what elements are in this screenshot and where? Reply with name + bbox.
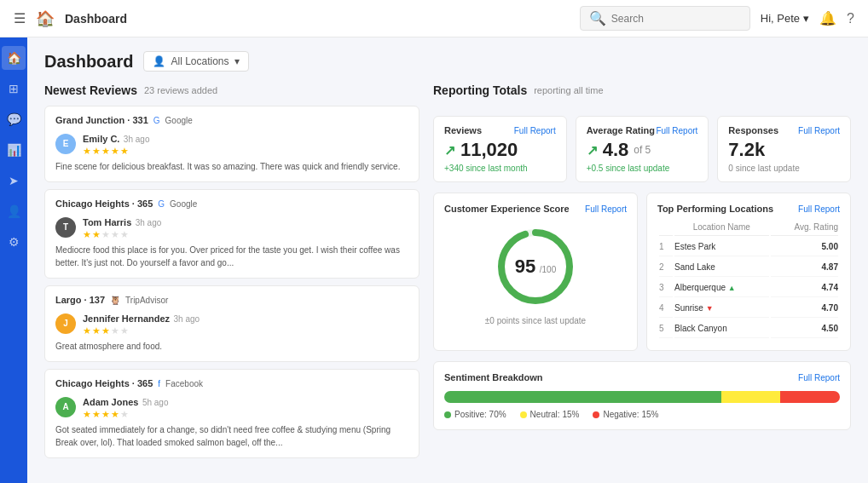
table-row: 1 Estes Park 5.00	[659, 238, 838, 256]
review-location: Grand Junction · 331	[55, 115, 148, 125]
reviewer-avatar: A	[55, 397, 76, 417]
newest-reviews-section: Newest Reviews 23 reviews added Grand Ju…	[44, 83, 420, 458]
cx-denom: /100	[540, 265, 556, 274]
table-row: 4 Sunrise ▼ 4.70	[659, 299, 838, 318]
location-name-cell: Sand Lake	[674, 258, 769, 277]
negative-legend-item: Negative: 15%	[593, 410, 658, 419]
rating-suffix: of 5	[634, 144, 651, 156]
search-box[interactable]: 🔍	[580, 6, 750, 31]
review-card: Chicago Heights · 365 f Facebook A Adam …	[44, 369, 420, 458]
cx-title: Customer Experience Score	[444, 204, 570, 214]
locations-title: Top Performing Locations	[657, 204, 773, 214]
reviewer-info: Jennifer Hernandez 3h ago ★★★★★	[83, 310, 200, 336]
reviewer-avatar: T	[55, 217, 76, 238]
rating-cell: 4.50	[771, 319, 838, 338]
rating-cell: 5.00	[771, 238, 838, 256]
cx-number: 95	[515, 256, 535, 277]
reviews-count: 11,020	[460, 139, 518, 161]
locations-header: Top Performing Locations Full Report	[657, 204, 840, 214]
rank-cell: 2	[659, 258, 673, 277]
neutral-bar	[721, 391, 781, 403]
negative-bar	[780, 391, 840, 403]
sidebar-item-messages[interactable]: 💬	[2, 107, 26, 131]
search-icon: 🔍	[589, 10, 606, 26]
responses-full-report-link[interactable]: Full Report	[798, 126, 840, 135]
cx-footer: ±0 points since last update	[444, 316, 627, 325]
locations-full-report-link[interactable]: Full Report	[798, 204, 840, 214]
reviewer-info: Adam Jones 5h ago ★★★★★	[83, 394, 168, 420]
source-label: TripAdvisor	[125, 296, 168, 305]
help-icon[interactable]: ?	[847, 11, 854, 26]
reviewer-name: Emily C.	[83, 134, 119, 144]
reporting-title: Reporting Totals	[433, 83, 527, 97]
chevron-down-icon: ▾	[234, 55, 240, 67]
metric-change: +0.5 since last update	[587, 164, 698, 173]
metric-value: 7.2k	[728, 139, 840, 161]
reviewer-time: 3h ago	[136, 218, 162, 227]
reviewer-name: Jennifer Hernandez	[83, 313, 170, 324]
review-text: Mediocre food this place is for you. Ove…	[55, 244, 408, 269]
rank-cell: 3	[659, 279, 673, 297]
sidebar-item-analytics[interactable]: 📊	[2, 138, 26, 162]
page-title: Dashboard	[44, 52, 133, 72]
google-icon: G	[158, 199, 165, 209]
rank-cell: 5	[659, 319, 673, 338]
review-header: Chicago Heights · 365 f Facebook	[55, 378, 408, 388]
reviewer-avatar: J	[55, 313, 76, 334]
cx-full-report-link[interactable]: Full Report	[585, 204, 627, 214]
trend-down-icon: ▼	[706, 304, 714, 313]
review-text: Great atmosphere and food.	[55, 340, 408, 353]
sidebar-item-home[interactable]: 🏠	[2, 46, 26, 70]
reviewer-info: Tom Harris 3h ago ★★★★★	[83, 214, 161, 240]
metric-label: Reviews	[444, 125, 482, 135]
reporting-header: Reporting Totals reporting all time	[433, 83, 851, 97]
reviewer-time: 3h ago	[124, 135, 150, 144]
notification-bell-icon[interactable]: 🔔	[819, 10, 836, 26]
location-name-cell: Black Canyon	[674, 319, 769, 338]
sentiment-full-report-link[interactable]: Full Report	[798, 373, 840, 382]
page-header: Dashboard 👤 All Locations ▾	[44, 51, 851, 72]
positive-bar	[444, 391, 721, 403]
chevron-down-icon: ▾	[803, 12, 809, 25]
location-label: All Locations	[171, 55, 229, 67]
sidebar-item-users[interactable]: 👤	[2, 199, 26, 223]
rating-full-report-link[interactable]: Full Report	[656, 126, 697, 135]
table-row: 3 Alberquerque ▲ 4.74	[659, 279, 838, 297]
sidebar: 🏠 ⊞ 💬 📊 ➤ 👤 ⚙	[0, 37, 27, 483]
reviews-full-report-link[interactable]: Full Report	[514, 126, 556, 135]
positive-label: Positive: 70%	[454, 410, 506, 419]
metric-header: Responses Full Report	[728, 125, 840, 135]
star-rating: ★★★★★	[83, 325, 200, 336]
reviewer-time: 3h ago	[174, 314, 200, 324]
search-input[interactable]	[611, 13, 741, 25]
metric-label: Responses	[728, 125, 778, 135]
user-greeting[interactable]: Hi, Pete ▾	[761, 12, 809, 25]
table-row: 2 Sand Lake 4.87	[659, 258, 838, 277]
sidebar-item-send[interactable]: ➤	[2, 169, 26, 193]
review-card: Grand Junction · 331 G Google E Emily C.	[44, 106, 420, 182]
rating-cell: 4.70	[771, 299, 838, 318]
rank-col-header	[659, 222, 673, 236]
sentiment-legend: Positive: 70% Neutral: 15% Negative: 15%	[444, 410, 840, 419]
review-card: Largo · 137 🦉 TripAdvisor J Jennifer Her…	[44, 285, 420, 362]
review-text: Got seated immediately for a change, so …	[55, 423, 408, 449]
location-dropdown[interactable]: 👤 All Locations ▾	[143, 51, 248, 72]
trend-icon: ↗	[587, 142, 598, 158]
reviewer-name: Adam Jones	[83, 397, 138, 407]
hamburger-icon[interactable]: ☰	[14, 10, 26, 26]
negative-label: Negative: 15%	[603, 410, 658, 419]
nav-title: Dashboard	[65, 12, 570, 26]
rating-cell: 4.74	[771, 279, 838, 297]
metric-change: 0 since last update	[728, 164, 840, 173]
page-content: Dashboard 👤 All Locations ▾ Newest Revie…	[27, 37, 868, 483]
cx-gauge: 95 /100	[493, 224, 578, 309]
rating-cell: 4.87	[771, 258, 838, 277]
metrics-row: Reviews Full Report ↗ 11,020 +340 since …	[433, 116, 851, 182]
main-wrapper: 🏠 ⊞ 💬 📊 ➤ 👤 ⚙ Dashboard 👤 All Locations …	[0, 37, 868, 483]
cx-circle-wrapper: 95 /100	[444, 224, 627, 309]
locations-table: Location Name Avg. Rating 1 Estes Park 5…	[657, 221, 840, 340]
sidebar-item-settings[interactable]: ⚙	[2, 230, 26, 254]
reviewer-time: 5h ago	[142, 398, 169, 407]
sidebar-item-dashboard[interactable]: ⊞	[2, 77, 26, 101]
review-header: Largo · 137 🦉 TripAdvisor	[55, 295, 408, 305]
